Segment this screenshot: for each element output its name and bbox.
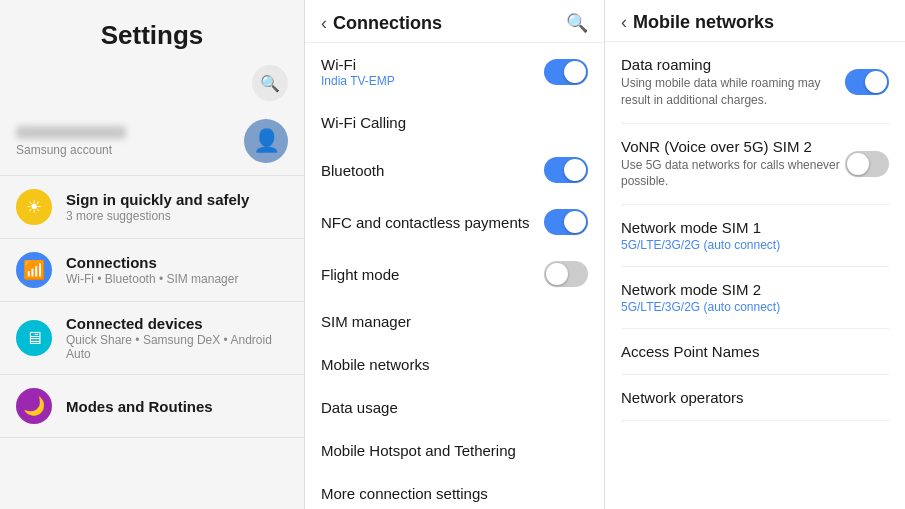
mobile-data-roaming-item[interactable]: Data roaming Using mobile data while roa… [605,42,905,123]
data-usage-label: Data usage [321,399,398,416]
vonr-toggle[interactable] [845,151,889,177]
connections-wifi-calling-item[interactable]: Wi-Fi Calling [305,101,604,144]
bluetooth-toggle[interactable] [544,157,588,183]
connections-more-item[interactable]: More connection settings [305,472,604,509]
bluetooth-toggle-knob [564,159,586,181]
account-name-blur [16,126,126,139]
network-mode-sim2-sub: 5G/LTE/3G/2G (auto connect) [621,300,889,314]
flight-mode-toggle-knob [546,263,568,285]
wifi-label: Wi-Fi [321,56,395,73]
network-mode-sim2-label: Network mode SIM 2 [621,281,889,298]
sidebar-item-modes-routines[interactable]: 🌙 Modes and Routines [0,375,304,437]
back-button[interactable]: ‹ [321,13,327,34]
nfc-toggle[interactable] [544,209,588,235]
hotspot-label: Mobile Hotspot and Tethering [321,442,516,459]
mobile-network-mode-sim1-item[interactable]: Network mode SIM 1 5G/LTE/3G/2G (auto co… [605,205,905,266]
mobile-back-button[interactable]: ‹ [621,12,627,33]
connections-nfc-item[interactable]: NFC and contactless payments [305,196,604,248]
bluetooth-label: Bluetooth [321,162,384,179]
wifi-sub: India TV-EMP [321,74,395,88]
nfc-label: NFC and contactless payments [321,214,529,231]
network-mode-sim1-sub: 5G/LTE/3G/2G (auto connect) [621,238,889,252]
sign-in-icon: ☀ [16,189,52,225]
sign-in-sub: 3 more suggestions [66,209,249,223]
sim-manager-label: SIM manager [321,313,411,330]
mobile-network-mode-sim2-item[interactable]: Network mode SIM 2 5G/LTE/3G/2G (auto co… [605,267,905,328]
connections-hotspot-item[interactable]: Mobile Hotspot and Tethering [305,429,604,472]
sidebar-item-connected-devices[interactable]: 🖥 Connected devices Quick Share • Samsun… [0,302,304,374]
modes-label: Modes and Routines [66,398,213,415]
mobile-networks-label: Mobile networks [321,356,429,373]
flight-mode-toggle[interactable] [544,261,588,287]
connections-data-usage-item[interactable]: Data usage [305,386,604,429]
connections-label: Connections [66,254,238,271]
connections-title: Connections [333,13,442,34]
settings-search-button[interactable]: 🔍 [252,65,288,101]
divider [0,437,304,438]
connections-wifi-item[interactable]: Wi-Fi India TV-EMP [305,43,604,101]
vonr-toggle-knob [847,153,869,175]
mobile-networks-title: Mobile networks [633,12,774,33]
flight-mode-label: Flight mode [321,266,399,283]
connections-flight-mode-item[interactable]: Flight mode [305,248,604,300]
nfc-toggle-knob [564,211,586,233]
avatar-icon: 👤 [253,128,280,154]
data-roaming-toggle[interactable] [845,69,889,95]
modes-icon: 🌙 [16,388,52,424]
connections-icon: 📶 [16,252,52,288]
more-conn-label: More connection settings [321,485,488,502]
wifi-toggle[interactable] [544,59,588,85]
data-roaming-toggle-knob [865,71,887,93]
connections-search-button[interactable]: 🔍 [566,12,588,34]
mobile-networks-header: ‹ Mobile networks [605,0,905,42]
vonr-label: VoNR (Voice over 5G) SIM 2 [621,138,845,155]
divider [621,420,889,421]
mobile-networks-panel: ‹ Mobile networks Data roaming Using mob… [605,0,905,509]
mobile-vonr-item[interactable]: VoNR (Voice over 5G) SIM 2 Use 5G data n… [605,124,905,205]
connections-sim-manager-item[interactable]: SIM manager [305,300,604,343]
connections-header: ‹ Connections 🔍 [305,0,604,43]
access-point-label: Access Point Names [621,343,889,360]
sidebar-item-sign-in[interactable]: ☀ Sign in quickly and safely 3 more sugg… [0,176,304,238]
account-sub-label: Samsung account [16,143,232,157]
mobile-network-operators-item[interactable]: Network operators [605,375,905,420]
wifi-calling-label: Wi-Fi Calling [321,114,406,131]
connections-mobile-networks-item[interactable]: Mobile networks [305,343,604,386]
network-mode-sim1-label: Network mode SIM 1 [621,219,889,236]
connected-devices-icon: 🖥 [16,320,52,356]
connections-sub: Wi-Fi • Bluetooth • SIM manager [66,272,238,286]
connected-devices-sub: Quick Share • Samsung DeX • Android Auto [66,333,288,361]
connected-devices-label: Connected devices [66,315,288,332]
data-roaming-label: Data roaming [621,56,845,73]
wifi-toggle-knob [564,61,586,83]
network-operators-label: Network operators [621,389,889,406]
vonr-sub: Use 5G data networks for calls whenever … [621,157,845,191]
settings-panel: Settings 🔍 Samsung account 👤 ☀ Sign in q… [0,0,305,509]
account-row[interactable]: Samsung account 👤 [0,109,304,175]
connections-panel: ‹ Connections 🔍 Wi-Fi India TV-EMP Wi-Fi… [305,0,605,509]
avatar: 👤 [244,119,288,163]
settings-title: Settings [0,0,304,61]
connections-bluetooth-item[interactable]: Bluetooth [305,144,604,196]
sign-in-label: Sign in quickly and safely [66,191,249,208]
search-icon: 🔍 [260,74,280,93]
mobile-access-point-item[interactable]: Access Point Names [605,329,905,374]
data-roaming-sub: Using mobile data while roaming may resu… [621,75,845,109]
sidebar-item-connections[interactable]: 📶 Connections Wi-Fi • Bluetooth • SIM ma… [0,239,304,301]
